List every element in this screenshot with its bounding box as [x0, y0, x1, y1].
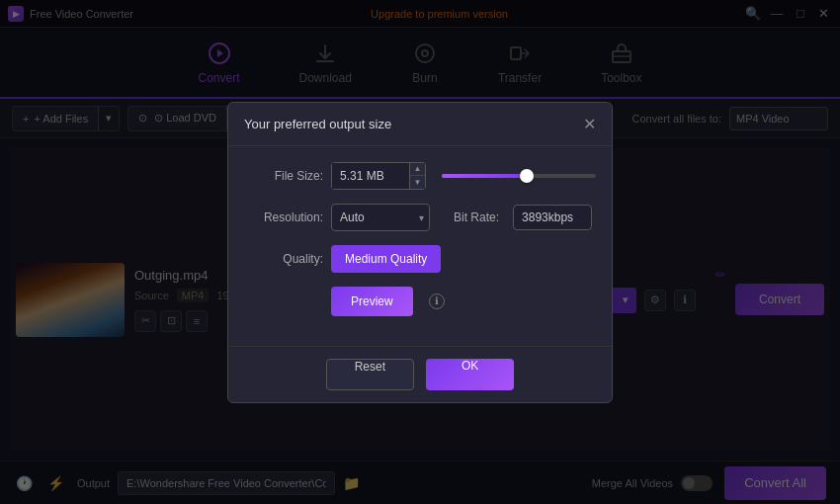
resolution-select[interactable]: Auto [331, 204, 430, 231]
file-size-spinner[interactable]: ▲ ▼ [410, 162, 426, 190]
spin-up[interactable]: ▲ [410, 163, 425, 177]
reset-button[interactable]: Reset [326, 359, 414, 390]
modal-body: File Size: 5.31 MB ▲ ▼ Resolut [228, 146, 612, 346]
info-icon[interactable]: ℹ [429, 294, 445, 309]
size-slider-thumb[interactable] [520, 169, 534, 183]
modal-header: Your preferred output size ✕ [228, 103, 612, 146]
ok-button[interactable]: OK [426, 359, 514, 390]
modal-dialog: Your preferred output size ✕ File Size: … [227, 102, 613, 403]
modal-title: Your preferred output size [244, 117, 391, 131]
modal-close-button[interactable]: ✕ [583, 115, 596, 133]
modal-overlay: Your preferred output size ✕ File Size: … [0, 0, 840, 504]
preview-button[interactable]: Preview [331, 287, 413, 316]
file-size-value: 5.31 MB [331, 162, 410, 190]
quality-label: Quality: [244, 252, 323, 266]
bit-rate-value: 3893kbps [513, 205, 592, 230]
quality-button[interactable]: Medium Quality [331, 245, 441, 273]
spin-down[interactable]: ▼ [410, 176, 425, 189]
resolution-bitrate-row: Resolution: Auto ▾ Bit Rate: 3893kbps [244, 204, 596, 231]
file-size-input-group: 5.31 MB ▲ ▼ [331, 162, 426, 190]
bit-rate-label: Bit Rate: [454, 210, 499, 224]
size-slider-container [442, 162, 596, 190]
preview-row: Preview ℹ [244, 287, 596, 316]
modal-footer: Reset OK [228, 346, 612, 402]
file-size-row: File Size: 5.31 MB ▲ ▼ [244, 162, 596, 190]
size-slider-track [442, 174, 596, 178]
file-size-label: File Size: [244, 169, 323, 183]
quality-row: Quality: Medium Quality [244, 245, 596, 273]
resolution-select-wrapper: Auto ▾ [331, 204, 430, 231]
size-slider-fill [442, 174, 527, 178]
resolution-label: Resolution: [244, 210, 323, 224]
